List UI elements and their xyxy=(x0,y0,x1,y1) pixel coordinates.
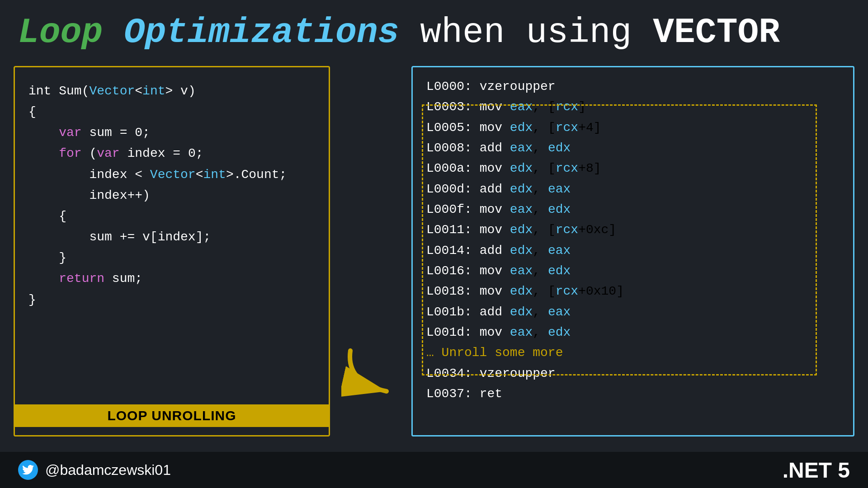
asm-line: L0034: vzeroupper xyxy=(426,363,840,384)
asm-line: L0018: mov edx, [rcx+0x10] xyxy=(426,281,840,301)
asm-panel: L0000: vzeroupperL0003: mov eax, [rcx]L0… xyxy=(411,66,854,436)
asm-line: L0037: ret xyxy=(426,384,840,404)
loop-unrolling-label: LOOP UNROLLING xyxy=(15,404,329,427)
code-line: var sum = 0; xyxy=(28,122,315,143)
title-optimizations: Optimizations xyxy=(103,13,399,52)
footer-left: @badamczewski01 xyxy=(18,460,171,480)
code-line: } xyxy=(28,248,315,268)
asm-line: L0016: mov eax, edx xyxy=(426,261,840,281)
twitter-icon xyxy=(18,460,38,480)
net-version: .NET 5 xyxy=(783,458,850,483)
asm-line: L0011: mov edx, [rcx+0xc] xyxy=(426,220,840,240)
code-line: int Sum(Vector<int> v) xyxy=(28,81,315,102)
code-panel: int Sum(Vector<int> v){ var sum = 0; for… xyxy=(14,66,330,436)
asm-line: L0008: add eax, edx xyxy=(426,138,840,158)
title-bar: Loop Optimizations when using VECTOR xyxy=(0,0,868,61)
twitter-handle: @badamczewski01 xyxy=(45,462,171,479)
asm-block: L0000: vzeroupperL0003: mov eax, [rcx]L0… xyxy=(426,76,840,404)
code-line: for (var index = 0; xyxy=(28,143,315,164)
asm-line: L0014: add edx, eax xyxy=(426,240,840,261)
code-line: return sum; xyxy=(28,268,315,289)
title-when: when using xyxy=(399,13,653,52)
asm-line: L001b: add edx, eax xyxy=(426,302,840,322)
asm-line: L001d: mov eax, edx xyxy=(426,322,840,343)
asm-line: L0000: vzeroupper xyxy=(426,76,840,97)
code-block: int Sum(Vector<int> v){ var sum = 0; for… xyxy=(28,81,315,310)
footer: @badamczewski01 .NET 5 xyxy=(0,452,868,488)
code-line: index < Vector<int>.Count; xyxy=(28,164,315,185)
asm-line: L000f: mov eax, edx xyxy=(426,199,840,220)
asm-line: … Unroll some more xyxy=(426,343,840,363)
code-line: } xyxy=(28,290,315,310)
code-line: { xyxy=(28,102,315,122)
title-vector: VECTOR xyxy=(653,13,780,52)
main-content: int Sum(Vector<int> v){ var sum = 0; for… xyxy=(0,61,868,441)
code-line: index++) xyxy=(28,185,315,206)
code-line: { xyxy=(28,206,315,227)
asm-line: L000a: mov edx, [rcx+8] xyxy=(426,158,840,178)
arrow-icon xyxy=(341,346,400,400)
asm-line: L000d: add edx, eax xyxy=(426,179,840,199)
asm-line: L0005: mov edx, [rcx+4] xyxy=(426,117,840,138)
asm-line: L0003: mov eax, [rcx] xyxy=(426,97,840,117)
title-loop: Loop xyxy=(18,13,103,52)
code-line: sum += v[index]; xyxy=(28,227,315,248)
